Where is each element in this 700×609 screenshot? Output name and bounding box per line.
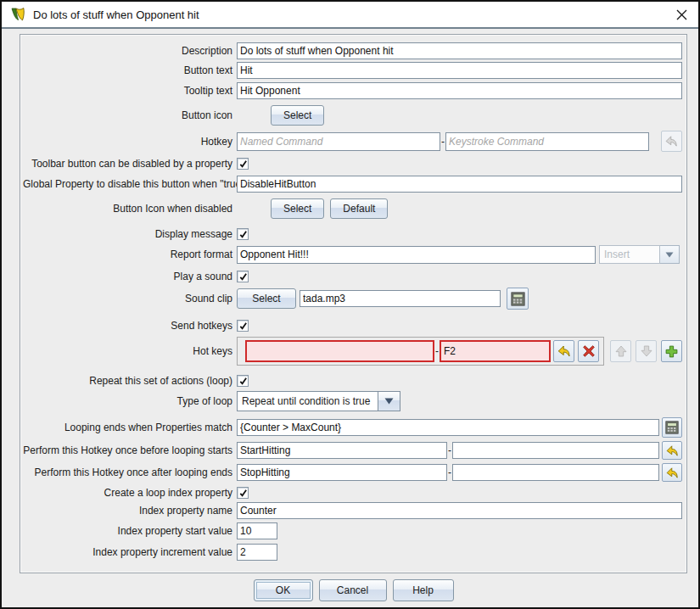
config-panel: Description Button text Tooltip text But… xyxy=(20,34,687,573)
hotkey-separator: - xyxy=(441,136,445,148)
sound-clip-label: Sound clip xyxy=(23,293,237,304)
index-increment-label: Index property increment value xyxy=(23,546,237,558)
window-title: Do lots of stuff when Opponent hit xyxy=(33,8,673,21)
index-increment-row: Index property increment value xyxy=(23,544,684,561)
disabled-icon-select-button[interactable]: Select xyxy=(271,198,324,219)
repeat-loop-label: Repeat this set of actions (loop) xyxy=(23,375,237,387)
tooltip-text-label: Tooltip text xyxy=(23,85,237,97)
play-sound-label: Play a sound xyxy=(23,271,237,282)
button-icon-row: Button icon Select xyxy=(23,105,684,126)
hot-keys-move-down-icon xyxy=(636,340,657,362)
index-start-label: Index property start value xyxy=(23,525,237,537)
hot-keys-keystroke-input[interactable] xyxy=(440,340,551,362)
post-loop-undo-icon[interactable] xyxy=(662,463,682,482)
send-hotkeys-row: Send hotkeys xyxy=(23,320,684,332)
hot-keys-move-up-icon xyxy=(610,340,631,362)
disable-property-label: Global Property to disable this button w… xyxy=(23,178,237,190)
display-message-checkbox[interactable] xyxy=(237,228,249,240)
display-message-label: Display message xyxy=(23,228,237,240)
pre-loop-named-input[interactable] xyxy=(237,442,447,459)
disable-by-property-row: Toolbar button can be disabled by a prop… xyxy=(23,158,684,170)
loop-type-arrow-icon xyxy=(378,391,400,411)
hotkey-label: Hotkey xyxy=(23,136,237,148)
index-start-input[interactable] xyxy=(237,522,277,539)
loop-type-label: Type of loop xyxy=(23,395,237,407)
pre-loop-hotkey-row: Perform this Hotkey once before looping … xyxy=(23,441,684,460)
help-button[interactable]: Help xyxy=(393,579,454,601)
report-format-label: Report format xyxy=(23,249,237,260)
post-loop-separator: - xyxy=(448,467,451,478)
hot-keys-row: Hot keys - xyxy=(23,337,684,366)
disable-by-property-checkbox[interactable] xyxy=(237,158,249,170)
loop-condition-calculator-icon[interactable] xyxy=(662,417,682,438)
post-loop-keystroke-input[interactable] xyxy=(452,464,659,481)
disable-by-property-label: Toolbar button can be disabled by a prop… xyxy=(23,158,237,170)
hotkey-keystroke-input[interactable] xyxy=(445,132,649,151)
insert-dropdown: Insert xyxy=(599,245,680,264)
pre-loop-keystroke-input[interactable] xyxy=(452,442,659,459)
repeat-loop-checkbox[interactable] xyxy=(237,375,249,387)
cancel-button[interactable]: Cancel xyxy=(319,579,387,601)
sound-clip-calculator-icon[interactable] xyxy=(507,288,529,310)
button-icon-select-button[interactable]: Select xyxy=(271,105,324,126)
description-row: Description xyxy=(23,42,684,59)
post-loop-named-input[interactable] xyxy=(237,464,447,481)
index-name-row: Index property name xyxy=(23,502,684,519)
description-label: Description xyxy=(23,45,237,57)
index-name-label: Index property name xyxy=(23,505,237,517)
index-property-checkbox[interactable] xyxy=(237,487,249,499)
loop-condition-row: Looping ends when Properties match xyxy=(23,417,684,438)
title-bar: Do lots of stuff when Opponent hit xyxy=(2,2,698,29)
play-sound-checkbox[interactable] xyxy=(237,271,249,282)
insert-dropdown-arrow-icon xyxy=(660,245,680,264)
disabled-icon-label: Button Icon when disabled xyxy=(23,203,237,215)
loop-type-value: Repeat until condition is true xyxy=(237,391,378,411)
report-format-row: Report format Insert xyxy=(23,245,684,264)
pre-loop-undo-icon[interactable] xyxy=(662,441,682,460)
sound-clip-select-button[interactable]: Select xyxy=(237,288,296,309)
button-text-input[interactable] xyxy=(237,62,682,79)
description-input[interactable] xyxy=(237,42,682,59)
tooltip-text-row: Tooltip text xyxy=(23,82,684,99)
index-increment-input[interactable] xyxy=(237,544,277,561)
report-format-input[interactable] xyxy=(237,246,596,264)
post-loop-hotkey-label: Perform this Hotkey once after looping e… xyxy=(23,467,237,478)
disable-property-input[interactable] xyxy=(237,176,682,193)
hot-keys-label: Hot keys xyxy=(23,345,237,357)
disabled-icon-default-button[interactable]: Default xyxy=(330,198,388,219)
loop-condition-label: Looping ends when Properties match xyxy=(23,422,237,433)
hot-keys-entry-panel: - xyxy=(237,337,604,366)
loop-condition-input[interactable] xyxy=(237,419,659,436)
send-hotkeys-label: Send hotkeys xyxy=(23,320,237,332)
app-icon xyxy=(9,6,26,23)
disabled-icon-row: Button Icon when disabled Select Default xyxy=(23,198,684,219)
hot-keys-separator: - xyxy=(435,345,439,357)
pre-loop-hotkey-label: Perform this Hotkey once before looping … xyxy=(23,444,237,456)
dialog-window: Do lots of stuff when Opponent hit Descr… xyxy=(0,0,700,609)
hot-keys-undo-icon[interactable] xyxy=(553,340,574,362)
index-name-input[interactable] xyxy=(237,502,682,519)
hot-keys-list-controls xyxy=(610,340,682,362)
button-icon-label: Button icon xyxy=(23,109,237,121)
button-text-row: Button text xyxy=(23,62,684,79)
hot-keys-delete-icon[interactable] xyxy=(578,340,599,362)
hot-keys-add-icon[interactable] xyxy=(661,340,682,362)
hot-keys-named-input[interactable] xyxy=(245,340,434,362)
disable-property-row: Global Property to disable this button w… xyxy=(23,176,684,193)
repeat-loop-row: Repeat this set of actions (loop) xyxy=(23,375,684,387)
play-sound-row: Play a sound xyxy=(23,271,684,282)
tooltip-text-input[interactable] xyxy=(237,82,682,99)
index-start-row: Index property start value xyxy=(23,522,684,539)
ok-button[interactable]: OK xyxy=(254,579,313,601)
hotkey-row: Hotkey - xyxy=(23,131,684,152)
hotkey-named-input[interactable] xyxy=(237,132,440,151)
pre-loop-separator: - xyxy=(448,444,451,456)
insert-dropdown-label: Insert xyxy=(599,245,660,264)
send-hotkeys-checkbox[interactable] xyxy=(237,320,249,332)
index-property-row: Create a loop index property xyxy=(23,487,684,499)
loop-type-dropdown[interactable]: Repeat until condition is true xyxy=(237,391,400,411)
hotkey-undo-icon xyxy=(661,131,682,152)
button-text-label: Button text xyxy=(23,64,237,76)
sound-clip-input[interactable] xyxy=(300,290,501,307)
close-icon[interactable] xyxy=(673,6,690,23)
